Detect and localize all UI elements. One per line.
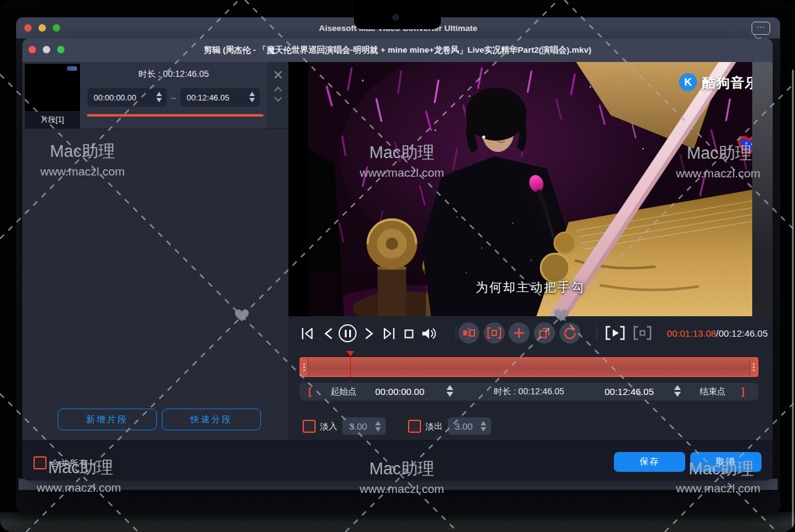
fade-out-label: 淡出 (425, 421, 443, 432)
merge-all-checkbox[interactable] (33, 456, 47, 469)
clip-thumb-label: 片段[1] (25, 111, 80, 128)
clip-row[interactable]: 时长 : 00:12:46.05 00:00:00.00 – 00:12:46.… (22, 62, 288, 128)
cancel-button[interactable]: 取消 (690, 452, 762, 472)
stop-button[interactable] (401, 325, 417, 342)
reset-button[interactable] (559, 322, 580, 344)
time-display: 00:01:13.08 / 00:12:46.05 (667, 316, 768, 350)
skip-to-end-button[interactable] (381, 325, 398, 342)
feedback-icon[interactable]: ⋯ (752, 22, 770, 35)
merge-all-label: 合并所有 (51, 458, 88, 469)
prev-frame-button[interactable] (321, 325, 337, 342)
clip-delete-icon[interactable] (267, 68, 288, 81)
stepper-up-icon (249, 92, 255, 96)
fade-out-checkbox[interactable] (408, 420, 421, 433)
fade-in-stepper[interactable] (375, 421, 381, 432)
trim-end-stepper[interactable] (674, 385, 681, 397)
trim-duration-label: 时长 : 00:12:46.05 (473, 383, 585, 401)
time-current: 00:01:13.08 (667, 328, 716, 339)
video-frame[interactable]: K 酷狗音乐 为何却主动把手勾 (308, 62, 752, 316)
desktop-edge (0, 512, 795, 532)
dialog-body: 时长 : 00:12:46.05 00:00:00.00 – 00:12:46.… (22, 62, 773, 440)
dialog-titlebar: 剪辑 (周杰伦 - 「魔天伦世界巡回演唱会-明明就 + mine mine+龙卷… (22, 38, 773, 62)
range-separator: – (168, 88, 179, 107)
fade-in-label: 淡入 (320, 421, 337, 432)
fade-in-value: 3.00 (349, 421, 367, 432)
dialog-footer: 合并所有 保存 取消 (22, 440, 773, 481)
add-clip-button[interactable]: 新增片段 (58, 409, 157, 430)
screen: Aiseesoft Mac Video Converter Ultimate ⋯… (0, 0, 795, 532)
playhead-line[interactable] (350, 357, 351, 377)
kugou-logo-text: 酷狗音乐 (702, 74, 752, 92)
clip-end-input[interactable]: 00:12:46.05 (180, 88, 260, 107)
kugou-mini-logo (67, 66, 77, 71)
video-subtitle: 为何却主动把手勾 (308, 278, 752, 296)
clip-start-value: 00:00:00.00 (94, 93, 136, 102)
fade-in-checkbox[interactable] (303, 420, 316, 433)
kugou-letter: K (684, 76, 691, 89)
dialog-title: 剪辑 (周杰伦 - 「魔天伦世界巡回演唱会-明明就 + mine mine+龙卷… (22, 38, 773, 62)
clip-duration-label: 时长 : 00:12:46.05 (80, 68, 267, 81)
clip-move-up-icon[interactable] (267, 84, 288, 94)
trim-end-value[interactable]: 00:12:46.05 (605, 383, 654, 401)
camera-dot (393, 14, 399, 20)
trim-bracket-left-icon: [ (308, 383, 311, 401)
divider (597, 326, 597, 340)
fade-out-input[interactable]: 3.00 (448, 417, 491, 435)
fade-in-input[interactable]: 3.00 (342, 417, 386, 435)
trim-end-label: 结束点 (700, 383, 726, 401)
editor-section: [ 起始点 00:00:00.00 时长 : 00:12:46.05 00:12… (288, 350, 773, 440)
clip-start-input[interactable]: 00:00:00.00 (87, 88, 167, 107)
player-panel: K 酷狗音乐 为何却主动把手勾 (288, 62, 773, 440)
skip-to-start-button[interactable] (298, 325, 316, 342)
trim-start-value[interactable]: 00:00:00.00 (375, 383, 424, 401)
video-right-curtain (752, 62, 773, 316)
clip-list-panel: 时长 : 00:12:46.05 00:00:00.00 – 00:12:46.… (22, 62, 288, 440)
clip-side-controls (267, 62, 288, 128)
stop-segment-button[interactable] (631, 324, 654, 342)
stepper-up-icon (156, 92, 162, 96)
split-clip-button[interactable] (458, 322, 479, 344)
fade-out-value: 3.00 (455, 421, 473, 432)
heart-sticker-icon (738, 135, 752, 155)
trim-start-label: 起始点 (331, 383, 357, 401)
video-viewport: K 酷狗音乐 为何却主动把手勾 (288, 62, 773, 316)
pause-button[interactable] (339, 324, 357, 342)
volume-button[interactable] (420, 325, 438, 342)
clip-dialog: 剪辑 (周杰伦 - 「魔天伦世界巡回演唱会-明明就 + mine mine+龙卷… (22, 38, 773, 481)
add-segment-button[interactable] (509, 322, 530, 344)
play-segment-button[interactable] (603, 324, 627, 342)
next-frame-button[interactable] (361, 325, 377, 342)
stepper-down-icon (249, 98, 255, 102)
divider (456, 326, 456, 340)
screen-notch (354, 0, 441, 29)
timeline-track[interactable] (300, 357, 758, 377)
timeline-right-handle[interactable] (750, 358, 757, 376)
copy-segment-button[interactable] (534, 322, 555, 344)
time-total: 00:12:46.05 (719, 328, 768, 339)
timeline-left-handle[interactable] (301, 358, 308, 376)
stepper-down-icon (156, 98, 162, 102)
clip-details: 时长 : 00:12:46.05 00:00:00.00 – 00:12:46.… (80, 62, 267, 128)
transport-bar: 00:01:13.08 / 00:12:46.05 (288, 316, 773, 350)
kugou-k-icon: K (679, 73, 697, 91)
clip-row-divider (22, 128, 288, 129)
kugou-logo: K 酷狗音乐 (679, 73, 752, 92)
screen-edge-highlight (792, 69, 794, 528)
clip-end-stepper[interactable] (249, 92, 255, 102)
playhead-marker[interactable] (347, 351, 354, 357)
clip-start-stepper[interactable] (156, 92, 162, 102)
clip-thumbnail[interactable] (25, 64, 80, 111)
save-button[interactable]: 保存 (614, 452, 685, 472)
segment-select-button[interactable] (484, 322, 505, 344)
clip-progress-line (87, 114, 264, 117)
clip-end-value: 00:12:46.05 (187, 93, 229, 102)
fade-out-stepper[interactable] (481, 421, 486, 432)
clip-move-down-icon[interactable] (267, 94, 288, 104)
trim-start-stepper[interactable] (446, 385, 453, 397)
trim-bracket-right-icon: ] (741, 383, 744, 401)
quick-split-button[interactable]: 快速分段 (162, 409, 261, 430)
trim-bar: [ 起始点 00:00:00.00 时长 : 00:12:46.05 00:12… (300, 383, 758, 401)
